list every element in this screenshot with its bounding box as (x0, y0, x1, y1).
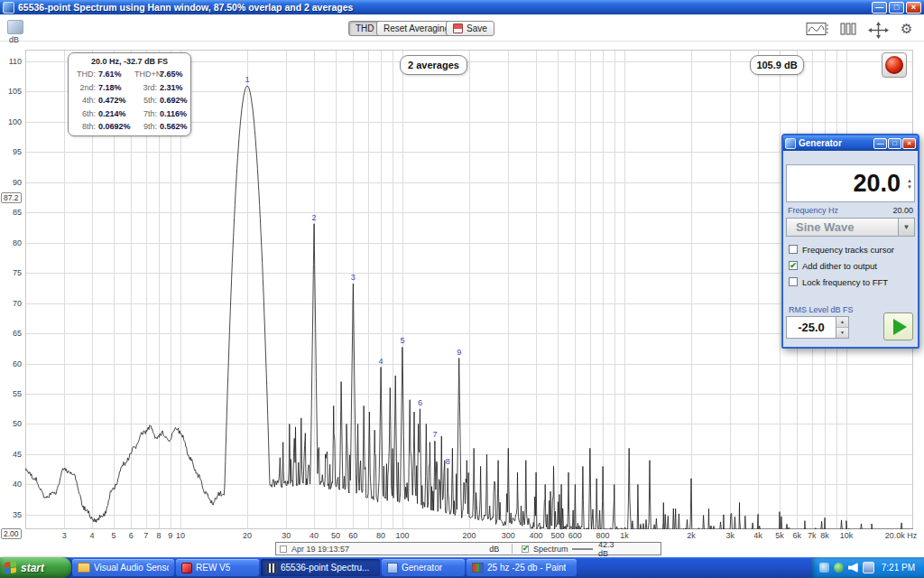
generator-body: 20.0 ▲▼ Frequency Hz 20.00 Sine Wave ▼ F… (783, 151, 918, 345)
save-icon (453, 23, 463, 33)
rms-step-down-icon[interactable]: ▼ (836, 328, 848, 338)
generator-minimize-button[interactable]: — (873, 138, 887, 149)
taskbar-item[interactable]: Generator (382, 559, 465, 576)
harmonic-value: 0.0692% (98, 120, 134, 134)
frequency-label: Frequency Hz (788, 206, 838, 215)
status-tray-icon[interactable] (834, 563, 844, 573)
harmonic-value: 2.31% (160, 81, 194, 95)
start-button-label: start (21, 562, 44, 574)
y-tick-label: 110 (0, 57, 22, 66)
save-button[interactable]: Save (446, 21, 494, 36)
play-icon (893, 319, 907, 335)
spectrum-checkbox[interactable]: ✔ (522, 545, 529, 553)
columns-icon[interactable] (840, 22, 857, 37)
x-tick-label: 20.0k Hz (885, 531, 918, 540)
save-button-label: Save (467, 23, 487, 33)
taskbar-item[interactable]: REW V5 (176, 559, 259, 576)
x-tick-label: 5 (111, 531, 116, 540)
generator-option-label: Add dither to output (802, 261, 877, 271)
chevron-down-icon[interactable]: ▼ (898, 219, 914, 236)
rms-level-value: -25.0 (787, 317, 836, 338)
harmonic-label: 8th: (74, 120, 98, 134)
rms-level-stepper[interactable]: -25.0 ▲▼ (786, 316, 849, 339)
step-up-icon[interactable]: ▲ (907, 178, 912, 183)
x-tick-label: 8k (820, 531, 829, 540)
harmonic-value: 0.562% (160, 120, 194, 134)
volume-tray-icon[interactable] (848, 563, 858, 573)
checkbox-icon[interactable] (789, 245, 798, 254)
legend-divider (512, 544, 513, 554)
x-tick-label: 80 (376, 531, 385, 540)
generator-option[interactable]: Lock frequency to FFT (789, 274, 914, 290)
titlebar[interactable]: 65536-point Spectrum using Hann window, … (0, 0, 924, 14)
windows-flag-icon (5, 561, 16, 573)
y-tick-label: 95 (0, 147, 22, 156)
frequency-display-value: 20.0 (853, 170, 901, 198)
frequency-display[interactable]: 20.0 ▲▼ (786, 164, 915, 202)
y-tick-label: 60 (0, 359, 22, 368)
y-tick-label: 80 (0, 238, 22, 247)
generator-titlebar[interactable]: Generator — □ × (783, 135, 918, 151)
peak-level-badge: 105.9 dB (750, 55, 804, 75)
harmonic-value: 7.18% (98, 81, 134, 95)
x-tick-label: 2k (687, 531, 696, 540)
waveform-select[interactable]: Sine Wave ▼ (786, 218, 915, 237)
rms-level-label: RMS Level dB FS (789, 305, 854, 314)
harmonic-label: THD: (74, 68, 98, 81)
generator-option[interactable]: Frequency tracks cursor (789, 241, 914, 257)
reset-averaging-button[interactable]: Reset Averaging (376, 21, 457, 36)
y-tick-label: 85 (0, 208, 22, 217)
taskbar-item-label: REW V5 (196, 563, 230, 573)
restore-button[interactable]: □ (889, 2, 904, 14)
generator-close-button[interactable]: × (902, 138, 916, 149)
waveform-value: Sine Wave (787, 220, 898, 234)
pan-crosshair-icon[interactable] (867, 22, 890, 39)
taskbar-item[interactable]: 65536-point Spectru... (261, 559, 380, 576)
generator-title: Generator (799, 138, 873, 148)
x-tick-label: 40 (310, 531, 319, 540)
app-icon (3, 2, 14, 14)
minimize-button[interactable]: — (872, 2, 887, 14)
rew-icon (181, 563, 192, 573)
start-button[interactable]: start (0, 557, 71, 578)
x-tick-label: 30 (282, 531, 291, 540)
network-tray-icon[interactable] (863, 562, 874, 573)
legend-bar: Apr 19 19:13:57 dB ✔ Spectrum 42.3 dB (275, 542, 661, 555)
harmonic-value: 7.65% (160, 68, 194, 81)
spectrum-icon (266, 563, 277, 573)
cursor-readout: 20.0 Hz, -32.7 dB FS (74, 57, 185, 66)
taskbar-item[interactable]: 25 hz -25 db - Paint (467, 559, 577, 576)
y-tick-label: 40 (0, 480, 22, 489)
settings-gear-icon[interactable]: ⚙ (901, 22, 912, 35)
harmonic-value: 7.61% (98, 68, 134, 81)
generator-icon (387, 563, 398, 573)
timestamp-checkbox[interactable] (280, 545, 287, 553)
x-tick-label: 400 (530, 531, 543, 540)
frequency-value: 20.00 (892, 206, 913, 215)
checkbox-icon[interactable] (789, 277, 798, 286)
rms-step-up-icon[interactable]: ▲ (836, 317, 848, 328)
frequency-stepper[interactable]: ▲▼ (907, 178, 912, 190)
x-tick-label: 8 (157, 531, 162, 540)
harmonic-label: 5th: (134, 94, 160, 107)
harmonic-value: 0.692% (160, 94, 194, 107)
harmonic-label: 3rd: (134, 81, 160, 95)
generator-option[interactable]: ✔Add dither to output (789, 257, 914, 274)
y-tick-label: 45 (0, 450, 22, 459)
generator-option-label: Lock frequency to FFT (802, 277, 888, 287)
play-button[interactable] (883, 312, 913, 340)
taskbar-item[interactable]: Visual Audio Sensory ... (72, 559, 174, 576)
generator-icon (785, 138, 796, 149)
x-cursor-marker: 2.00 (1, 528, 22, 539)
window-title: 65536-point Spectrum using Hann window, … (18, 2, 872, 13)
checkbox-checked-icon[interactable]: ✔ (789, 261, 798, 270)
step-down-icon[interactable]: ▼ (907, 184, 912, 190)
display-tray-icon[interactable] (819, 563, 829, 573)
x-tick-label: 800 (596, 531, 610, 540)
generator-maximize-button[interactable]: □ (888, 138, 901, 149)
close-button[interactable]: × (906, 2, 921, 14)
x-tick-label: 7k (808, 531, 817, 540)
record-button[interactable] (882, 52, 907, 78)
signal-display-icon[interactable] (806, 22, 829, 37)
y-tick-label: 50 (0, 419, 22, 428)
